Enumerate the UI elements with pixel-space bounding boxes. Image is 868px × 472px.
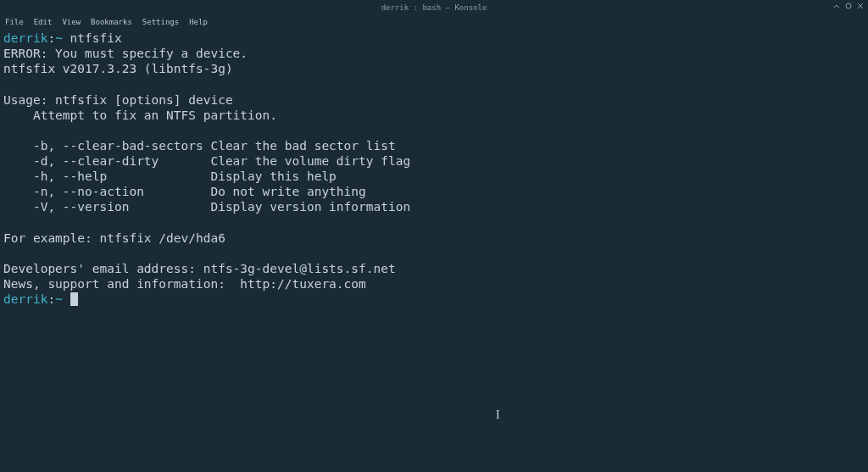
output-line: Usage: ntfsfix [options] device bbox=[3, 93, 233, 107]
menu-bar: File Edit View Bookmarks Settings Help bbox=[0, 15, 868, 29]
prompt-path: ~ bbox=[55, 31, 63, 45]
prompt-user: derrik bbox=[3, 31, 47, 45]
menu-bookmarks[interactable]: Bookmarks bbox=[91, 18, 132, 26]
output-line: -b, --clear-bad-sectors Clear the bad se… bbox=[3, 139, 396, 153]
minimize-button[interactable] bbox=[832, 2, 841, 10]
menu-edit[interactable]: Edit bbox=[34, 18, 53, 26]
terminal-area[interactable]: derrik:~ ntfsfix ERROR: You must specify… bbox=[0, 29, 868, 308]
output-line: ERROR: You must specify a device. bbox=[3, 47, 248, 60]
text-cursor-icon: I bbox=[496, 408, 500, 422]
menu-view[interactable]: View bbox=[62, 18, 81, 26]
output-line: For example: ntfsfix /dev/hda6 bbox=[3, 231, 225, 245]
output-line: -V, --version Display version informatio… bbox=[3, 200, 410, 214]
window-title: derrik : bash — Konsole bbox=[381, 3, 487, 12]
command-text: ntfsfix bbox=[70, 31, 122, 45]
menu-help[interactable]: Help bbox=[189, 18, 208, 26]
svg-point-0 bbox=[846, 3, 851, 8]
output-line: ntfsfix v2017.3.23 (libntfs-3g) bbox=[3, 62, 233, 75]
menu-file[interactable]: File bbox=[5, 18, 24, 26]
output-line: -n, --no-action Do not write anything bbox=[3, 185, 366, 198]
close-button[interactable] bbox=[856, 2, 865, 10]
output-line: News, support and information: http://tu… bbox=[3, 277, 366, 291]
output-line: Developers' email address: ntfs-3g-devel… bbox=[3, 262, 396, 275]
window-titlebar: derrik : bash — Konsole bbox=[0, 0, 868, 15]
terminal-cursor bbox=[70, 292, 78, 306]
output-line: -h, --help Display this help bbox=[3, 169, 337, 183]
prompt-path: ~ bbox=[55, 292, 63, 306]
maximize-button[interactable] bbox=[844, 2, 853, 10]
output-line: -d, --clear-dirty Clear the volume dirty… bbox=[3, 154, 410, 168]
prompt-user: derrik bbox=[3, 292, 47, 306]
menu-settings[interactable]: Settings bbox=[142, 18, 179, 26]
output-line: Attempt to fix an NTFS partition. bbox=[3, 108, 277, 122]
prompt-separator: : bbox=[47, 292, 55, 306]
prompt-separator: : bbox=[47, 31, 55, 45]
window-controls bbox=[832, 2, 865, 10]
